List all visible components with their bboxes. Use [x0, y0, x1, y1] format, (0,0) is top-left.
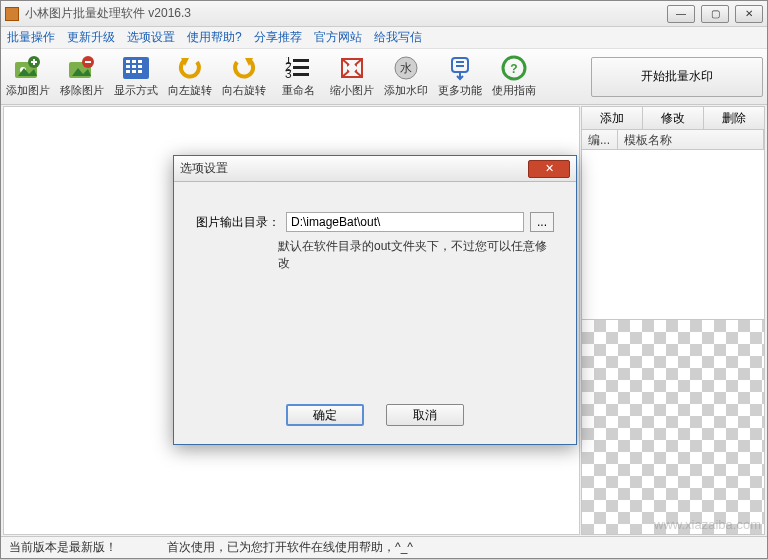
cancel-button[interactable]: 取消 [386, 404, 464, 426]
options-dialog: 选项设置 ✕ 图片输出目录： ... 默认在软件目录的out文件夹下，不过您可以… [173, 155, 577, 445]
svg-rect-6 [126, 60, 130, 63]
tool-label: 使用指南 [492, 83, 536, 98]
add-image-icon [14, 55, 42, 81]
tool-remove-image[interactable]: 移除图片 [55, 51, 109, 103]
svg-rect-7 [132, 60, 136, 63]
output-dir-label: 图片输出目录： [196, 214, 280, 231]
preview-area [581, 320, 765, 535]
svg-rect-11 [138, 65, 142, 68]
template-edit-button[interactable]: 修改 [643, 107, 704, 129]
maximize-button[interactable]: ▢ [701, 5, 729, 23]
menu-item-options[interactable]: 选项设置 [127, 29, 175, 46]
dialog-titlebar: 选项设置 ✕ [174, 156, 576, 182]
menu-item-feedback[interactable]: 给我写信 [374, 29, 422, 46]
menu-item-update[interactable]: 更新升级 [67, 29, 115, 46]
close-button[interactable]: ✕ [735, 5, 763, 23]
titlebar: 小林图片批量处理软件 v2016.3 — ▢ ✕ [1, 1, 767, 27]
window-title: 小林图片批量处理软件 v2016.3 [25, 5, 667, 22]
svg-rect-16 [293, 59, 309, 62]
more-icon [446, 55, 474, 81]
template-list[interactable] [581, 150, 765, 320]
tool-watermark[interactable]: 水 添加水印 [379, 51, 433, 103]
ok-button[interactable]: 确定 [286, 404, 364, 426]
svg-rect-20 [293, 73, 309, 76]
tool-label: 显示方式 [114, 83, 158, 98]
tool-rotate-right[interactable]: 向右旋转 [217, 51, 271, 103]
main-window: 小林图片批量处理软件 v2016.3 — ▢ ✕ 批量操作 更新升级 选项设置 … [0, 0, 768, 559]
tool-label: 添加水印 [384, 83, 428, 98]
svg-rect-13 [132, 70, 136, 73]
tool-rename[interactable]: 123 重命名 [271, 51, 325, 103]
dialog-title: 选项设置 [180, 160, 528, 177]
remove-image-icon [68, 55, 96, 81]
svg-text:3: 3 [285, 67, 292, 79]
status-version: 当前版本是最新版！ [9, 539, 117, 556]
menu-item-website[interactable]: 官方网站 [314, 29, 362, 46]
browse-button[interactable]: ... [530, 212, 554, 232]
template-list-header: 编... 模板名称 [581, 130, 765, 150]
rotate-left-icon [176, 55, 204, 81]
menu-item-share[interactable]: 分享推荐 [254, 29, 302, 46]
menubar: 批量操作 更新升级 选项设置 使用帮助? 分享推荐 官方网站 给我写信 [1, 27, 767, 49]
svg-text:水: 水 [400, 61, 412, 75]
tool-label: 缩小图片 [330, 83, 374, 98]
tool-rotate-left[interactable]: 向左旋转 [163, 51, 217, 103]
svg-rect-12 [126, 70, 130, 73]
grid-icon [122, 55, 150, 81]
tool-label: 添加图片 [6, 83, 50, 98]
template-add-button[interactable]: 添加 [582, 107, 643, 129]
tool-shrink[interactable]: 缩小图片 [325, 51, 379, 103]
svg-rect-9 [126, 65, 130, 68]
status-message: 首次使用，已为您打开软件在线使用帮助，^_^ [167, 539, 413, 556]
tool-label: 更多功能 [438, 83, 482, 98]
shrink-icon [338, 55, 366, 81]
svg-rect-10 [132, 65, 136, 68]
svg-text:?: ? [510, 62, 517, 76]
svg-rect-18 [293, 66, 309, 69]
template-delete-button[interactable]: 删除 [704, 107, 764, 129]
tool-label: 向左旋转 [168, 83, 212, 98]
output-dir-note: 默认在软件目录的out文件夹下，不过您可以任意修改 [278, 238, 554, 272]
right-panel: 添加 修改 删除 编... 模板名称 [581, 106, 765, 535]
tool-add-image[interactable]: 添加图片 [1, 51, 55, 103]
help-icon: ? [500, 55, 528, 81]
start-watermark-button[interactable]: 开始批量水印 [591, 57, 763, 97]
tool-guide[interactable]: ? 使用指南 [487, 51, 541, 103]
tool-more[interactable]: 更多功能 [433, 51, 487, 103]
app-icon [5, 7, 19, 21]
tool-label: 重命名 [282, 83, 315, 98]
tool-display[interactable]: 显示方式 [109, 51, 163, 103]
water-icon: 水 [392, 55, 420, 81]
statusbar: 当前版本是最新版！ 首次使用，已为您打开软件在线使用帮助，^_^ [1, 536, 767, 558]
minimize-button[interactable]: — [667, 5, 695, 23]
dialog-close-button[interactable]: ✕ [528, 160, 570, 178]
tool-label: 向右旋转 [222, 83, 266, 98]
rotate-right-icon [230, 55, 258, 81]
list-icon: 123 [284, 55, 312, 81]
tool-label: 移除图片 [60, 83, 104, 98]
menu-item-batch[interactable]: 批量操作 [7, 29, 55, 46]
output-dir-input[interactable] [286, 212, 524, 232]
col-name: 模板名称 [618, 130, 764, 149]
toolbar: 添加图片 移除图片 显示方式 向左旋转 向右旋转 [1, 49, 767, 105]
svg-rect-14 [138, 70, 142, 73]
col-id: 编... [582, 130, 618, 149]
svg-rect-8 [138, 60, 142, 63]
menu-item-help[interactable]: 使用帮助? [187, 29, 242, 46]
